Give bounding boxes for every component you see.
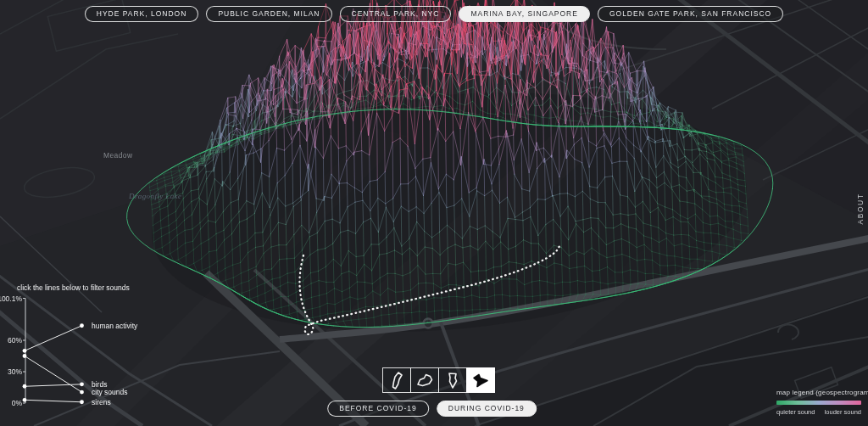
shape-button-marina-bay[interactable] [466, 367, 495, 393]
chart-point-city-sounds-right [80, 390, 84, 395]
chart-point-sirens-right [80, 400, 84, 404]
legend-title: map legend (geospectrogram) [776, 389, 861, 396]
tab-public-garden-milan[interactable]: PUBLIC GARDEN, MILAN [206, 6, 331, 22]
shape-button-central-park[interactable] [438, 367, 467, 393]
public-garden-outline-icon [415, 370, 435, 390]
chart-line-city-sounds[interactable] [25, 356, 82, 393]
tab-central-park-nyc[interactable]: CENTRAL PARK, NYC [340, 6, 452, 22]
map-legend: map legend (geospectrogram) quieter soun… [776, 389, 861, 416]
shape-button-hyde-park[interactable] [382, 367, 411, 393]
chart-tick-label: 100.1% [0, 294, 22, 303]
filter-chart-title: click the lines below to filter sounds [17, 283, 130, 292]
chart-point-sirens-left [23, 398, 27, 402]
chart-tick-label: 60% [8, 336, 22, 345]
shape-button-public-garden[interactable] [410, 367, 439, 393]
park-tabs: HYDE PARK, LONDON PUBLIC GARDEN, MILAN C… [0, 6, 868, 22]
chart-point-human-activity-left [23, 349, 27, 353]
legend-louder-label: louder sound [825, 408, 861, 416]
park-shape-selector [382, 367, 495, 393]
during-covid-button[interactable]: DURING COVID-19 [437, 401, 537, 417]
sound-filter-chart: click the lines below to filter sounds10… [0, 280, 178, 426]
chart-point-birds-right [80, 382, 84, 386]
map-label-meadow: Meadow [103, 151, 133, 160]
chart-point-birds-left [23, 384, 27, 389]
chart-series-label-city-sounds: city sounds [92, 388, 128, 396]
tab-marina-bay-singapore[interactable]: MARINA BAY, SINGAPORE [459, 6, 590, 22]
marina-bay-outline-icon [470, 370, 491, 390]
chart-series-label-sirens: sirens [92, 398, 111, 406]
before-covid-button[interactable]: BEFORE COVID-19 [327, 401, 429, 417]
tab-hyde-park-london[interactable]: HYDE PARK, LONDON [85, 6, 199, 22]
period-toggle: BEFORE COVID-19 DURING COVID-19 [327, 401, 537, 417]
chart-point-human-activity-right [80, 323, 84, 328]
chart-tick-label: 0% [12, 399, 23, 407]
legend-quieter-label: quieter sound [776, 408, 815, 416]
chart-point-city-sounds-left [23, 354, 27, 358]
tab-golden-gate-park-san-francisco[interactable]: GOLDEN GATE PARK, SAN FRANCISCO [598, 6, 783, 22]
soundscape-app: Meadow Dragonfly Lake HYDE PARK, LONDON … [0, 0, 868, 426]
central-park-outline-icon [442, 370, 463, 390]
chart-series-label-human-activity: human activity [92, 322, 138, 330]
chart-line-sirens[interactable] [25, 400, 82, 401]
chart-line-birds[interactable] [25, 384, 82, 386]
about-link[interactable]: ABOUT [856, 188, 865, 230]
chart-tick-label: 30% [8, 367, 22, 376]
map-label-dragonfly-lake: Dragonfly Lake [129, 192, 181, 200]
legend-gradient-bar [776, 401, 861, 405]
chart-series-label-birds: birds [92, 380, 107, 389]
hyde-park-outline-icon [387, 370, 407, 390]
chart-line-human-activity[interactable] [25, 326, 82, 351]
